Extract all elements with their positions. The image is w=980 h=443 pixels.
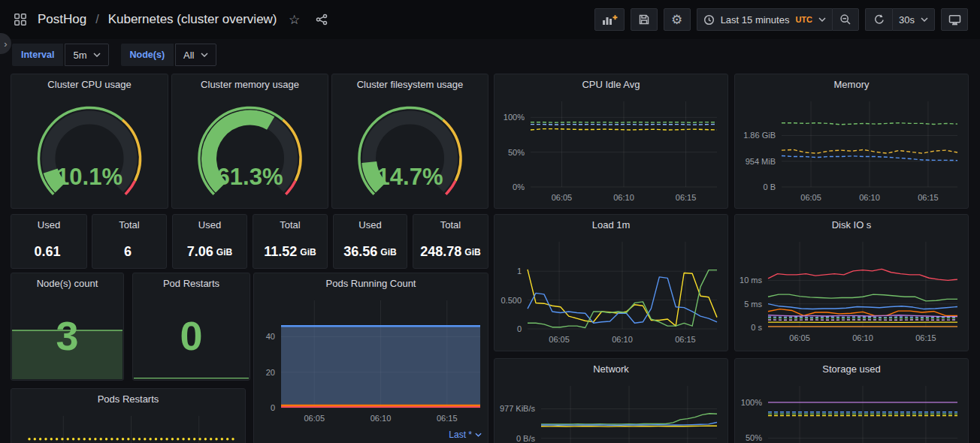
svg-text:06:10: 06:10 <box>613 193 634 202</box>
svg-text:1: 1 <box>517 267 522 276</box>
panel-title[interactable]: Cluster CPU usage <box>11 74 168 95</box>
svg-text:06:15: 06:15 <box>675 335 696 344</box>
chevron-right-icon: › <box>4 38 7 50</box>
stat-value: 7.06 <box>187 244 213 260</box>
panel-title[interactable]: Used <box>173 215 247 236</box>
nodes-count-value: 3 <box>11 291 123 380</box>
nodes-value: All <box>183 50 194 61</box>
timezone-badge: UTC <box>795 15 812 24</box>
panel-filesystem-used: Used 36.56GiB <box>333 214 407 269</box>
interval-label[interactable]: Interval <box>12 44 63 66</box>
svg-text:0 s: 0 s <box>751 323 762 332</box>
chevron-down-icon <box>93 53 101 57</box>
svg-text:14.7%: 14.7% <box>377 164 443 190</box>
breadcrumb: PostHog / Kubernetes (cluster overview) … <box>11 10 331 29</box>
stat-unit: GiB <box>300 247 316 258</box>
storage-used-chart[interactable]: 06:0506:1006:15100%50% <box>735 380 968 443</box>
chevron-down-icon <box>921 17 928 22</box>
nodes-variable: Node(s) All <box>121 44 216 66</box>
panel-title[interactable]: Memory <box>735 74 968 95</box>
interval-variable: Interval 5m <box>12 44 109 66</box>
panel-memory-used: Used 7.06GiB <box>172 214 247 269</box>
panel-title[interactable]: Total <box>253 215 327 236</box>
chevron-down-icon <box>475 432 482 437</box>
svg-text:10 ms: 10 ms <box>740 276 762 285</box>
svg-text:06:10: 06:10 <box>612 335 633 344</box>
svg-text:06:15: 06:15 <box>437 414 458 423</box>
panel-title[interactable]: Network <box>495 359 727 380</box>
kiosk-mode-button[interactable] <box>941 8 968 31</box>
time-range-picker[interactable]: Last 15 minutes UTC <box>697 8 832 31</box>
dashboards-grid-icon[interactable] <box>11 10 30 29</box>
svg-text:50%: 50% <box>508 148 525 157</box>
panel-title[interactable]: Total <box>92 215 166 236</box>
time-picker-group: Last 15 minutes UTC <box>697 8 859 31</box>
svg-text:06:15: 06:15 <box>918 193 939 202</box>
legend-dropdown[interactable]: Last * <box>449 429 482 440</box>
load-1m-chart[interactable]: 06:0506:1006:1500.5001 <box>495 236 727 351</box>
panel-title[interactable]: Used <box>334 215 407 236</box>
pods-running-chart[interactable]: 06:0506:1006:1502040 <box>254 294 488 426</box>
panel-title[interactable]: Total <box>413 215 488 236</box>
panel-pods-running-count: Pods Running Count 06:0506:1006:1502040 … <box>253 273 488 443</box>
time-range-label: Last 15 minutes <box>721 14 790 26</box>
stat-value: 11.52 <box>264 244 297 260</box>
panel-title[interactable]: Disk IO s <box>735 215 968 236</box>
svg-text:40: 40 <box>266 332 275 341</box>
memory-chart[interactable]: 06:0506:1006:150 B954 MiB1.86 GiB <box>735 95 968 208</box>
panel-title[interactable]: Pods Restarts <box>11 389 245 410</box>
svg-text:0 B/s: 0 B/s <box>516 434 536 443</box>
cpu-idle-chart[interactable]: 06:0506:1006:150%50%100% <box>495 95 727 208</box>
nodes-select[interactable]: All <box>175 44 216 66</box>
refresh-button[interactable] <box>865 8 892 31</box>
svg-text:06:10: 06:10 <box>859 193 880 202</box>
stat-unit: GiB <box>380 247 396 258</box>
interval-select[interactable]: 5m <box>65 44 108 66</box>
svg-text:977 KiB/s: 977 KiB/s <box>500 404 536 413</box>
svg-text:06:10: 06:10 <box>371 414 392 423</box>
network-chart[interactable]: 06:0506:1006:15977 KiB/s0 B/s <box>495 380 727 443</box>
svg-text:06:05: 06:05 <box>304 414 325 423</box>
svg-text:0%: 0% <box>513 182 525 191</box>
panel-title[interactable]: Cluster filesystem usage <box>332 74 488 95</box>
panel-title[interactable]: Storage used <box>735 359 968 380</box>
panel-pod-restarts: Pod Restarts 0 <box>132 273 250 381</box>
toolbar: ⚙ Last 15 minutes UTC <box>594 8 968 31</box>
panel-storage-used: Storage used 06:0506:1006:15100%50% <box>734 358 969 443</box>
legend-label: Last * <box>449 429 472 440</box>
pods-restarts-chart[interactable]: 06:0506:1006:15 <box>11 410 245 443</box>
panel-title[interactable]: Used <box>11 215 86 236</box>
svg-text:100%: 100% <box>504 113 525 122</box>
add-panel-button[interactable] <box>594 8 625 31</box>
dashboard-settings-button[interactable]: ⚙ <box>664 8 691 31</box>
panel-nodes-count: Node(s) count 3 <box>11 273 124 381</box>
panel-title[interactable]: CPU Idle Avg <box>495 74 727 95</box>
share-icon[interactable] <box>312 10 331 29</box>
panel-title[interactable]: Pods Running Count <box>254 273 488 294</box>
panel-title[interactable]: Cluster memory usage <box>172 74 328 95</box>
svg-text:0 B: 0 B <box>763 182 776 191</box>
zoom-out-button[interactable] <box>832 8 859 31</box>
refresh-group: 30s <box>865 8 935 31</box>
breadcrumb-dashboard-title[interactable]: Kubernetes (cluster overview) <box>108 12 277 27</box>
star-icon[interactable]: ☆ <box>285 10 304 29</box>
svg-text:06:15: 06:15 <box>915 333 936 342</box>
svg-text:06:15: 06:15 <box>676 193 697 202</box>
save-dashboard-button[interactable] <box>631 8 658 31</box>
interval-value: 5m <box>73 50 86 61</box>
panel-title[interactable]: Load 1m <box>495 215 727 236</box>
panel-filesystem-total: Total 248.78GiB <box>413 214 488 269</box>
panel-pods-restarts: Pods Restarts 06:0506:1006:15 <box>11 388 246 443</box>
cluster-memory-gauge: 61.3% <box>172 95 328 208</box>
cluster-cpu-gauge: 10.1% <box>11 95 168 208</box>
breadcrumb-org[interactable]: PostHog <box>38 12 86 27</box>
svg-text:0: 0 <box>517 324 522 333</box>
nodes-label[interactable]: Node(s) <box>121 44 174 66</box>
svg-text:10.1%: 10.1% <box>56 164 122 190</box>
refresh-interval-label: 30s <box>899 14 915 26</box>
svg-text:5 ms: 5 ms <box>744 300 762 309</box>
svg-text:06:05: 06:05 <box>800 193 821 202</box>
refresh-interval-picker[interactable]: 30s <box>892 8 935 31</box>
disk-io-chart[interactable]: 06:0506:1006:150 s5 ms10 ms <box>735 236 968 351</box>
panel-network: Network 06:0506:1006:15977 KiB/s0 B/s <box>494 358 728 443</box>
